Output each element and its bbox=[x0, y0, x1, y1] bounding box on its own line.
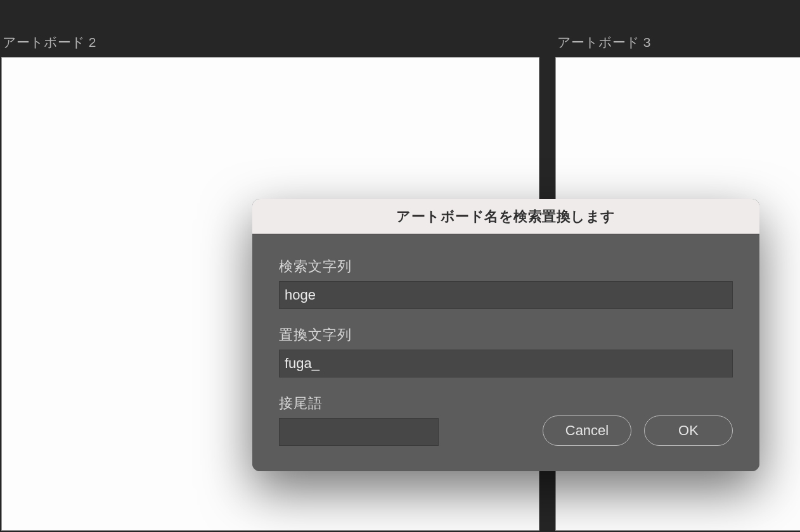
artboard-title-right[interactable]: アートボード 3 bbox=[557, 34, 651, 51]
suffix-input[interactable] bbox=[279, 418, 439, 446]
replace-label: 置換文字列 bbox=[279, 326, 733, 345]
search-row: 検索文字列 bbox=[279, 257, 733, 309]
cancel-button[interactable]: Cancel bbox=[543, 415, 631, 446]
replace-input[interactable] bbox=[279, 350, 733, 377]
search-label: 検索文字列 bbox=[279, 257, 733, 276]
find-replace-dialog: アートボード名を検索置換します 検索文字列 置換文字列 接尾語 Cancel O… bbox=[252, 199, 759, 471]
canvas-area: アートボード 2 アートボード 3 アートボード名を検索置換します 検索文字列 … bbox=[0, 0, 800, 532]
search-input[interactable] bbox=[279, 281, 733, 309]
dialog-bottom-row: 接尾語 Cancel OK bbox=[279, 394, 733, 446]
dialog-titlebar: アートボード名を検索置換します bbox=[252, 199, 759, 234]
dialog-title: アートボード名を検索置換します bbox=[396, 207, 616, 226]
dialog-body: 検索文字列 置換文字列 接尾語 Cancel OK bbox=[252, 234, 759, 471]
ok-button[interactable]: OK bbox=[644, 415, 733, 446]
suffix-row: 接尾語 bbox=[279, 394, 439, 446]
suffix-label: 接尾語 bbox=[279, 394, 439, 413]
artboard-title-left[interactable]: アートボード 2 bbox=[3, 34, 96, 51]
replace-row: 置換文字列 bbox=[279, 326, 733, 377]
